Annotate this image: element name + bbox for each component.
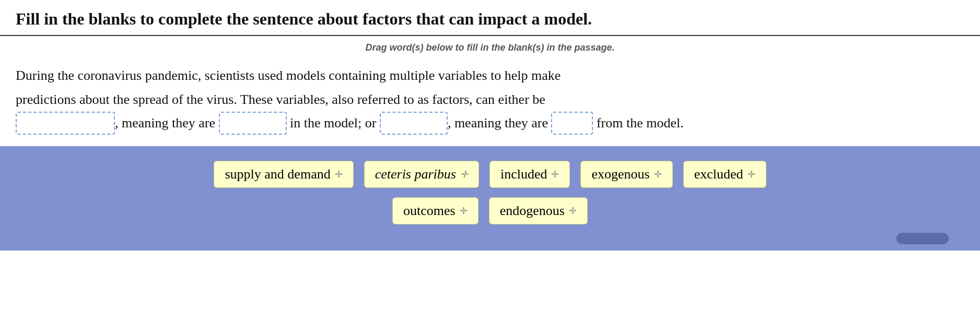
- word-chip-ceteris-paribus[interactable]: ceteris paribus ✛: [364, 161, 479, 188]
- drag-icon: ✛: [460, 205, 468, 217]
- passage-mid1: , meaning they are: [115, 115, 215, 130]
- word-chip-endogenous[interactable]: endogenous ✛: [489, 197, 588, 224]
- word-bank-row-1: supply and demand ✛ ceteris paribus ✛ in…: [214, 161, 766, 188]
- word-chip-outcomes[interactable]: outcomes ✛: [392, 197, 479, 224]
- word-chip-label: endogenous: [500, 203, 565, 219]
- passage-section: During the coronavirus pandemic, scienti…: [0, 60, 980, 146]
- word-chip-included[interactable]: included ✛: [489, 161, 570, 188]
- instruction-bar: Drag word(s) below to fill in the blank(…: [0, 36, 980, 60]
- passage-line-2: predictions about the spread of the viru…: [16, 89, 964, 111]
- word-bank-row-2: outcomes ✛ endogenous ✛: [392, 197, 588, 224]
- word-chip-label: exogenous: [591, 167, 649, 182]
- passage-text-line2: predictions about the spread of the viru…: [16, 92, 545, 107]
- drag-icon: ✛: [460, 169, 468, 180]
- drag-icon: ✛: [569, 205, 577, 217]
- word-chip-label: excluded: [694, 167, 743, 182]
- drag-icon: ✛: [551, 169, 559, 180]
- word-chip-label: supply and demand: [225, 167, 330, 182]
- word-chip-exogenous[interactable]: exogenous ✛: [580, 161, 672, 188]
- drop-zone-3[interactable]: [380, 112, 448, 135]
- page-wrapper: Fill in the blanks to complete the sente…: [0, 0, 980, 309]
- word-chip-label: included: [500, 167, 547, 182]
- word-chip-label: ceteris paribus: [375, 167, 456, 182]
- passage-text-line1: During the coronavirus pandemic, scienti…: [16, 68, 561, 83]
- drag-icon: ✛: [748, 169, 755, 180]
- header-section: Fill in the blanks to complete the sente…: [0, 0, 980, 36]
- drag-icon: ✛: [654, 169, 662, 180]
- word-chip-label: outcomes: [403, 203, 456, 219]
- drop-zone-4[interactable]: [551, 112, 593, 135]
- word-chip-excluded[interactable]: excluded ✛: [683, 161, 766, 188]
- word-chip-supply-and-demand[interactable]: supply and demand ✛: [214, 161, 353, 188]
- passage-mid2: in the model; or: [290, 115, 376, 130]
- scrollbar-hint[interactable]: [896, 233, 949, 244]
- drop-zone-1[interactable]: [16, 112, 115, 135]
- passage-line-3: , meaning they are in the model; or , me…: [16, 112, 964, 136]
- drag-icon: ✛: [335, 169, 343, 180]
- word-bank: supply and demand ✛ ceteris paribus ✛ in…: [0, 146, 980, 251]
- instruction-text: Drag word(s) below to fill in the blank(…: [365, 42, 614, 53]
- drop-zone-2[interactable]: [219, 112, 287, 135]
- passage-mid3: , meaning they are: [448, 115, 548, 130]
- page-title: Fill in the blanks to complete the sente…: [16, 9, 964, 29]
- passage-end: from the model.: [597, 115, 684, 130]
- passage-line-1: During the coronavirus pandemic, scienti…: [16, 65, 964, 87]
